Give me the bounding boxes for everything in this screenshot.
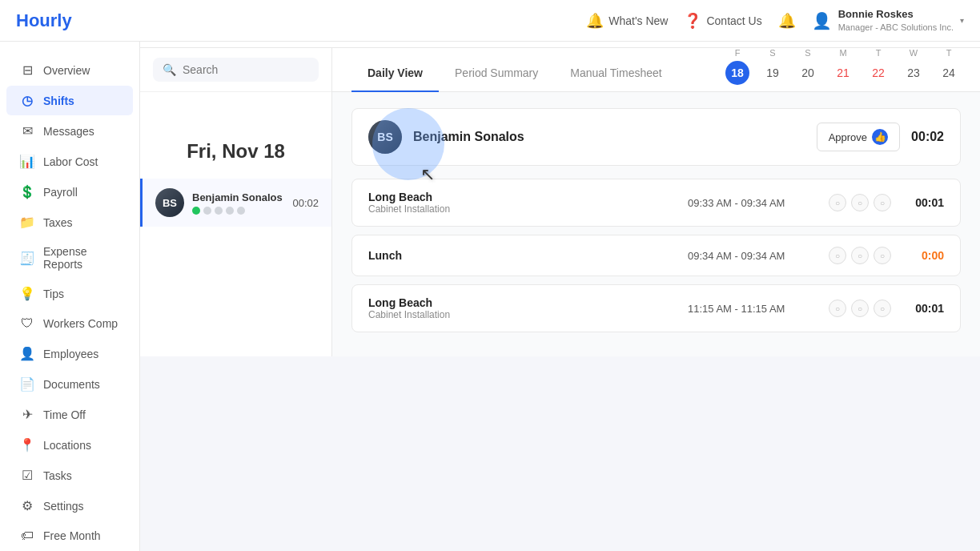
calendar-strip: F 18 S 19 S 20 M 21 xyxy=(725,48,961,85)
cal-day-sun[interactable]: S 20 xyxy=(796,48,820,85)
employee-avatar: BS xyxy=(155,188,184,217)
sidebar-item-labor-cost[interactable]: 📊 Labor Cost xyxy=(6,147,133,176)
search-box: 🔍 xyxy=(140,48,331,92)
status-dot-2 xyxy=(215,207,223,215)
workers-comp-icon: 🛡 xyxy=(19,316,35,331)
status-dot-active xyxy=(192,207,200,215)
tab-daily-view[interactable]: Daily View xyxy=(351,55,439,92)
cal-day-wed[interactable]: W 23 xyxy=(902,48,926,85)
entry-info-lunch: Lunch xyxy=(368,249,675,262)
cal-day-fri[interactable]: F 18 xyxy=(725,48,749,85)
shift-entry-lunch: Lunch 09:34 AM - 09:34 AM ○ ○ ○ 0:00 xyxy=(351,235,961,276)
entry-action-3b[interactable]: ○ xyxy=(851,300,869,317)
payroll-icon: 💲 xyxy=(19,184,35,199)
cal-day-thu[interactable]: T 24 xyxy=(937,48,961,85)
status-dot-3 xyxy=(226,207,234,215)
nav-actions: 🔔 What's New ❓ Contact Us 🔔 👤 Bonnie Ros… xyxy=(586,8,964,33)
entry-action-lc[interactable]: ○ xyxy=(874,247,891,264)
taxes-icon: 📁 xyxy=(19,215,35,230)
shift-header-row: BS Benjamin Sonalos Approve 👍 00:02 xyxy=(351,108,961,166)
entry-actions-1: ○ ○ ○ xyxy=(829,194,891,211)
body-area: 🔍 Fri, Nov 18 BS Benjamin Sonalos xyxy=(140,48,980,356)
chevron-down-icon: ▾ xyxy=(960,16,964,25)
shift-total-time: 00:02 xyxy=(911,130,944,144)
entry-info-3: Long Beach Cabinet Installation xyxy=(368,296,675,320)
contact-us-button[interactable]: ❓ Contact Us xyxy=(684,12,761,30)
entry-actions-3: ○ ○ ○ xyxy=(829,300,891,317)
avatar-image: BS xyxy=(155,188,184,217)
search-icon: 🔍 xyxy=(163,63,176,76)
sidebar-item-shifts[interactable]: ◷ Shifts xyxy=(6,86,133,115)
question-icon: ❓ xyxy=(684,12,701,30)
entry-action-1c[interactable]: ○ xyxy=(874,194,891,211)
cal-day-sat[interactable]: S 19 xyxy=(761,48,785,85)
date-label: Fri, Nov 18 xyxy=(153,140,319,163)
left-panel: 🔍 Fri, Nov 18 BS Benjamin Sonalos xyxy=(140,48,332,356)
shift-entry-3: Long Beach Cabinet Installation 11:15 AM… xyxy=(351,284,961,332)
user-info: Bonnie Roskes Manager - ABC Solutions In… xyxy=(838,8,954,33)
sidebar-item-expense-reports[interactable]: 🧾 Expense Reports xyxy=(6,238,133,278)
user-menu[interactable]: 👤 Bonnie Roskes Manager - ABC Solutions … xyxy=(812,8,964,33)
cal-day-tue[interactable]: T 22 xyxy=(866,48,890,85)
employees-icon: 👤 xyxy=(19,346,35,356)
tabs-row: Daily View Period Summary Manual Timeshe… xyxy=(332,48,980,92)
expense-reports-icon: 🧾 xyxy=(19,251,35,266)
overview-icon: ⊟ xyxy=(19,62,35,78)
employee-card-info: Benjamin Sonalos xyxy=(192,191,284,215)
cal-day-mon[interactable]: M 21 xyxy=(831,48,855,85)
date-header: Fri, Nov 18 xyxy=(140,92,331,179)
approve-button[interactable]: Approve 👍 xyxy=(817,123,900,151)
bell-icon: 🔔 xyxy=(586,12,604,30)
sidebar-item-employees[interactable]: 👤 Employees xyxy=(6,339,133,356)
entry-actions-lunch: ○ ○ ○ xyxy=(829,247,891,264)
entry-action-3a[interactable]: ○ xyxy=(829,300,846,317)
whats-new-button[interactable]: 🔔 What's New xyxy=(586,12,668,30)
entry-action-lb[interactable]: ○ xyxy=(851,247,869,264)
sidebar: ⊟ Overview ◷ Shifts ✉ Messages 📊 Labor C… xyxy=(0,42,140,356)
tips-icon: 💡 xyxy=(19,286,35,301)
sidebar-item-payroll[interactable]: 💲 Payroll xyxy=(6,177,133,207)
messages-icon: ✉ xyxy=(19,123,35,139)
status-dot-4 xyxy=(237,207,245,215)
employee-total-time: 00:02 xyxy=(292,197,319,209)
shift-employee-name: Benjamin Sonalos xyxy=(413,130,805,144)
search-input[interactable] xyxy=(183,63,309,76)
tab-period-summary[interactable]: Period Summary xyxy=(439,55,554,92)
employee-card[interactable]: BS Benjamin Sonalos 00:02 xyxy=(140,179,331,227)
labor-cost-icon: 📊 xyxy=(19,154,35,169)
sidebar-item-tips[interactable]: 💡 Tips xyxy=(6,279,133,308)
entry-action-1b[interactable]: ○ xyxy=(851,194,869,211)
status-dots xyxy=(192,207,284,215)
search-input-wrap[interactable]: 🔍 xyxy=(153,58,319,82)
entry-action-1a[interactable]: ○ xyxy=(829,194,846,211)
shifts-icon: ◷ xyxy=(19,93,35,108)
approve-check-icon: 👍 xyxy=(872,129,888,145)
notifications-bell-icon[interactable]: 🔔 xyxy=(778,12,796,30)
sidebar-item-messages[interactable]: ✉ Messages xyxy=(6,116,133,146)
right-panel: Daily View Period Summary Manual Timeshe… xyxy=(332,48,980,356)
sidebar-item-workers-comp[interactable]: 🛡 Workers Comp xyxy=(6,309,133,338)
entry-action-3c[interactable]: ○ xyxy=(874,300,891,317)
entry-info-1: Long Beach Cabinet Installation xyxy=(368,191,675,215)
top-navigation: Hourly 🔔 What's New ❓ Contact Us 🔔 👤 Bon… xyxy=(0,0,980,42)
shift-entry-1: Long Beach Cabinet Installation 09:33 AM… xyxy=(351,179,961,227)
user-avatar-icon: 👤 xyxy=(812,11,832,30)
status-dot-1 xyxy=(203,207,211,215)
entry-action-la[interactable]: ○ xyxy=(829,247,846,264)
tab-manual-timesheet[interactable]: Manual Timesheet xyxy=(554,55,677,92)
employee-name: Benjamin Sonalos xyxy=(192,191,284,203)
sidebar-item-overview[interactable]: ⊟ Overview xyxy=(6,55,133,85)
shift-employee-avatar: BS xyxy=(368,120,402,154)
app-logo: Hourly xyxy=(16,10,72,31)
main-content: ← Return to Labor Cost Shifts Filters ⧉ … xyxy=(140,0,980,356)
shift-detail: BS Benjamin Sonalos Approve 👍 00:02 Long… xyxy=(332,92,980,356)
sidebar-item-taxes[interactable]: 📁 Taxes xyxy=(6,207,133,237)
